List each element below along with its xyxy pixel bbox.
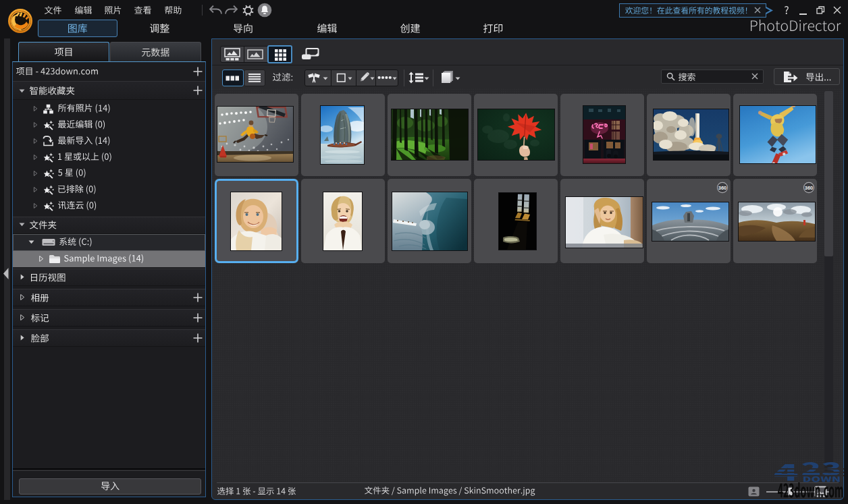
svg-text:360: 360 — [805, 185, 814, 191]
svg-text:360: 360 — [718, 185, 727, 191]
